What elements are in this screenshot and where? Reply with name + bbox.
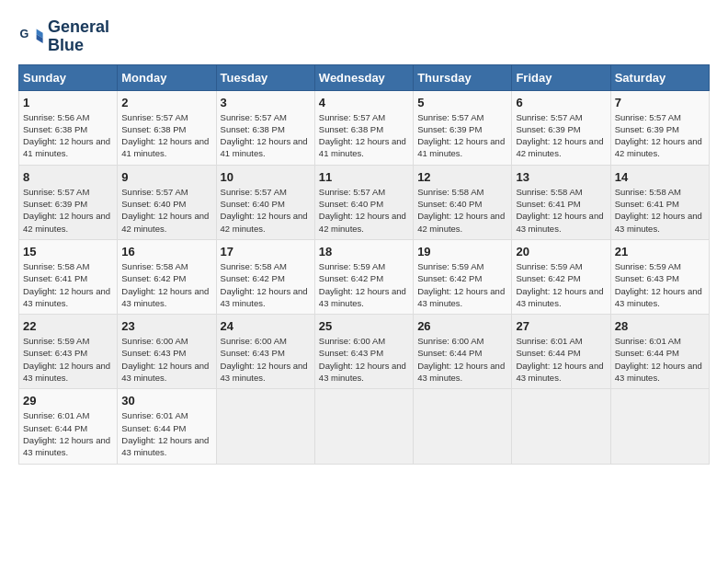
day-info: Sunrise: 6:01 AM Sunset: 6:44 PM Dayligh… [121, 409, 211, 458]
day-info: Sunrise: 5:57 AM Sunset: 6:40 PM Dayligh… [319, 186, 409, 235]
calendar-cell: 8 Sunrise: 5:57 AM Sunset: 6:39 PM Dayli… [19, 165, 118, 239]
day-info: Sunrise: 6:00 AM Sunset: 6:44 PM Dayligh… [417, 335, 507, 384]
day-number: 22 [23, 319, 113, 333]
calendar-cell: 7 Sunrise: 5:57 AM Sunset: 6:39 PM Dayli… [610, 90, 709, 165]
day-number: 10 [221, 170, 311, 184]
day-info: Sunrise: 5:57 AM Sunset: 6:40 PM Dayligh… [121, 186, 211, 235]
day-info: Sunrise: 5:58 AM Sunset: 6:41 PM Dayligh… [615, 186, 705, 235]
day-info: Sunrise: 5:57 AM Sunset: 6:39 PM Dayligh… [615, 111, 705, 160]
calendar-cell: 24 Sunrise: 6:00 AM Sunset: 6:43 PM Dayl… [216, 315, 314, 389]
calendar-cell [512, 389, 610, 464]
calendar-cell [610, 389, 709, 464]
day-info: Sunrise: 5:58 AM Sunset: 6:40 PM Dayligh… [417, 186, 507, 235]
day-number: 8 [23, 170, 113, 184]
calendar-cell: 2 Sunrise: 5:57 AM Sunset: 6:38 PM Dayli… [118, 90, 216, 165]
calendar-cell: 12 Sunrise: 5:58 AM Sunset: 6:40 PM Dayl… [414, 165, 512, 239]
calendar-cell: 9 Sunrise: 5:57 AM Sunset: 6:40 PM Dayli… [118, 165, 216, 239]
weekday-header-monday: Monday [118, 64, 216, 90]
day-info: Sunrise: 5:57 AM Sunset: 6:38 PM Dayligh… [319, 111, 409, 160]
day-info: Sunrise: 6:00 AM Sunset: 6:43 PM Dayligh… [319, 335, 409, 384]
day-number: 7 [615, 96, 705, 109]
day-info: Sunrise: 5:58 AM Sunset: 6:42 PM Dayligh… [221, 260, 311, 309]
calendar-cell: 14 Sunrise: 5:58 AM Sunset: 6:41 PM Dayl… [610, 165, 709, 239]
calendar-cell: 18 Sunrise: 5:59 AM Sunset: 6:42 PM Dayl… [314, 239, 413, 314]
day-info: Sunrise: 5:58 AM Sunset: 6:42 PM Dayligh… [121, 260, 211, 309]
day-info: Sunrise: 6:00 AM Sunset: 6:43 PM Dayligh… [121, 335, 211, 384]
logo-text: General Blue [48, 18, 109, 55]
weekday-header-tuesday: Tuesday [216, 64, 314, 90]
calendar-week-4: 22 Sunrise: 5:59 AM Sunset: 6:43 PM Dayl… [19, 315, 710, 389]
calendar-cell: 16 Sunrise: 5:58 AM Sunset: 6:42 PM Dayl… [118, 239, 216, 314]
weekday-header-friday: Friday [512, 64, 610, 90]
day-info: Sunrise: 5:57 AM Sunset: 6:40 PM Dayligh… [221, 186, 311, 235]
calendar-cell: 3 Sunrise: 5:57 AM Sunset: 6:38 PM Dayli… [216, 90, 314, 165]
calendar-cell [314, 389, 413, 464]
svg-text:G: G [19, 28, 28, 40]
day-info: Sunrise: 5:59 AM Sunset: 6:42 PM Dayligh… [516, 260, 606, 309]
calendar-cell: 6 Sunrise: 5:57 AM Sunset: 6:39 PM Dayli… [512, 90, 610, 165]
calendar-cell: 15 Sunrise: 5:58 AM Sunset: 6:41 PM Dayl… [19, 239, 118, 314]
day-number: 4 [319, 96, 409, 109]
calendar-cell: 13 Sunrise: 5:58 AM Sunset: 6:41 PM Dayl… [512, 165, 610, 239]
calendar-cell: 23 Sunrise: 6:00 AM Sunset: 6:43 PM Dayl… [118, 315, 216, 389]
calendar-cell: 30 Sunrise: 6:01 AM Sunset: 6:44 PM Dayl… [118, 389, 216, 464]
day-info: Sunrise: 5:59 AM Sunset: 6:43 PM Dayligh… [615, 260, 705, 309]
day-number: 30 [121, 394, 211, 408]
day-number: 27 [516, 319, 606, 333]
weekday-header-wednesday: Wednesday [314, 64, 413, 90]
day-info: Sunrise: 6:01 AM Sunset: 6:44 PM Dayligh… [23, 409, 113, 458]
day-number: 12 [417, 170, 507, 184]
header: G General Blue [18, 18, 710, 55]
day-number: 5 [417, 96, 507, 109]
calendar-cell: 29 Sunrise: 6:01 AM Sunset: 6:44 PM Dayl… [19, 389, 118, 464]
day-number: 14 [615, 170, 705, 184]
day-number: 2 [121, 96, 211, 109]
calendar: SundayMondayTuesdayWednesdayThursdayFrid… [18, 64, 710, 465]
calendar-week-5: 29 Sunrise: 6:01 AM Sunset: 6:44 PM Dayl… [19, 389, 710, 464]
calendar-cell: 28 Sunrise: 6:01 AM Sunset: 6:44 PM Dayl… [610, 315, 709, 389]
calendar-cell: 1 Sunrise: 5:56 AM Sunset: 6:38 PM Dayli… [19, 90, 118, 165]
day-number: 16 [121, 245, 211, 259]
calendar-week-2: 8 Sunrise: 5:57 AM Sunset: 6:39 PM Dayli… [19, 165, 710, 239]
day-info: Sunrise: 5:58 AM Sunset: 6:41 PM Dayligh… [23, 260, 113, 309]
weekday-header-sunday: Sunday [19, 64, 118, 90]
logo: G General Blue [18, 18, 109, 55]
day-number: 15 [23, 245, 113, 259]
day-number: 17 [221, 245, 311, 259]
logo-icon: G [18, 24, 44, 50]
day-info: Sunrise: 5:57 AM Sunset: 6:38 PM Dayligh… [121, 111, 211, 160]
calendar-cell: 25 Sunrise: 6:00 AM Sunset: 6:43 PM Dayl… [314, 315, 413, 389]
day-number: 20 [516, 245, 606, 259]
calendar-cell: 19 Sunrise: 5:59 AM Sunset: 6:42 PM Dayl… [414, 239, 512, 314]
day-info: Sunrise: 5:57 AM Sunset: 6:39 PM Dayligh… [23, 186, 113, 235]
day-info: Sunrise: 6:01 AM Sunset: 6:44 PM Dayligh… [516, 335, 606, 384]
calendar-cell: 17 Sunrise: 5:58 AM Sunset: 6:42 PM Dayl… [216, 239, 314, 314]
day-number: 23 [121, 319, 211, 333]
day-number: 26 [417, 319, 507, 333]
calendar-cell: 11 Sunrise: 5:57 AM Sunset: 6:40 PM Dayl… [314, 165, 413, 239]
day-number: 13 [516, 170, 606, 184]
day-number: 9 [121, 170, 211, 184]
day-number: 24 [221, 319, 311, 333]
calendar-cell [414, 389, 512, 464]
day-info: Sunrise: 5:59 AM Sunset: 6:42 PM Dayligh… [319, 260, 409, 309]
calendar-cell: 10 Sunrise: 5:57 AM Sunset: 6:40 PM Dayl… [216, 165, 314, 239]
day-info: Sunrise: 5:57 AM Sunset: 6:38 PM Dayligh… [221, 111, 311, 160]
weekday-header-saturday: Saturday [610, 64, 709, 90]
calendar-week-1: 1 Sunrise: 5:56 AM Sunset: 6:38 PM Dayli… [19, 90, 710, 165]
day-number: 21 [615, 245, 705, 259]
day-number: 19 [417, 245, 507, 259]
calendar-cell [216, 389, 314, 464]
day-info: Sunrise: 5:56 AM Sunset: 6:38 PM Dayligh… [23, 111, 113, 160]
calendar-week-3: 15 Sunrise: 5:58 AM Sunset: 6:41 PM Dayl… [19, 239, 710, 314]
day-number: 28 [615, 319, 705, 333]
day-number: 18 [319, 245, 409, 259]
day-number: 3 [221, 96, 311, 109]
calendar-cell: 27 Sunrise: 6:01 AM Sunset: 6:44 PM Dayl… [512, 315, 610, 389]
calendar-cell: 20 Sunrise: 5:59 AM Sunset: 6:42 PM Dayl… [512, 239, 610, 314]
day-number: 25 [319, 319, 409, 333]
day-info: Sunrise: 5:57 AM Sunset: 6:39 PM Dayligh… [516, 111, 606, 160]
weekday-header-thursday: Thursday [414, 64, 512, 90]
day-number: 11 [319, 170, 409, 184]
day-number: 6 [516, 96, 606, 109]
